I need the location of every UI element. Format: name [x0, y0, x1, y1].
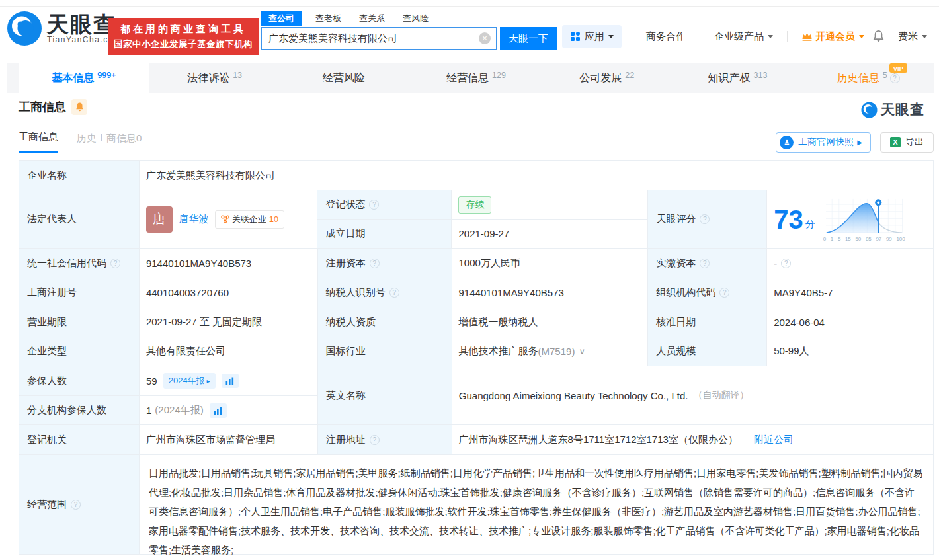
bell-icon: [872, 30, 885, 43]
legal-rep-name-link[interactable]: 唐华波: [179, 213, 209, 225]
chevron-down-icon: [859, 35, 864, 38]
search-tab-boss[interactable]: 查老板: [315, 13, 341, 24]
section-title: 工商信息: [19, 99, 66, 115]
score-value: 73 分: [767, 190, 934, 249]
bar-chart-icon: [214, 407, 222, 415]
clear-icon[interactable]: ×: [479, 32, 491, 44]
nav-cooperation[interactable]: 商务合作: [646, 30, 686, 43]
nearby-companies-link[interactable]: 附近公司: [754, 434, 794, 446]
user-menu[interactable]: 费米: [898, 30, 927, 43]
help-icon[interactable]: ?: [110, 259, 120, 268]
tianyancha-logo-icon: [861, 102, 878, 118]
apps-menu[interactable]: 应用: [562, 25, 622, 48]
english-name-value: Guangdong Aimeixiong Beauty Technology C…: [452, 366, 934, 425]
nav-vip-upgrade[interactable]: 开通会员: [801, 30, 864, 43]
tab-development[interactable]: 公司发展 22: [542, 63, 673, 93]
user-name: 费米: [898, 30, 918, 43]
reg-status-value: 存续: [452, 190, 648, 220]
promo-line1: 都在用的商业查询工具: [108, 23, 259, 36]
help-icon[interactable]: ?: [71, 500, 81, 510]
help-icon[interactable]: ?: [370, 259, 380, 268]
subtab-history-business-info[interactable]: 历史工商信息0: [77, 132, 142, 153]
legal-rep-label: 法定代表人: [19, 190, 140, 249]
reg-status-label-text: 登记状态: [325, 198, 365, 211]
business-term-label: 营业期限: [19, 307, 140, 337]
tianyancha-logo-icon: [7, 11, 42, 46]
auto-translate-note: （自动翻译）: [693, 389, 749, 401]
company-name-label: 企业名称: [19, 161, 140, 190]
search-tab-risk[interactable]: 查风险: [403, 13, 429, 24]
company-type-value: 其他有限责任公司: [140, 337, 318, 366]
tab-operating-risk[interactable]: 经营风险: [280, 63, 411, 93]
credit-code-label: 统一社会信用代码 ?: [19, 249, 140, 278]
monitor-bell-button[interactable]: [71, 99, 87, 115]
taxpayer-id-label: 纳税人识别号 ?: [318, 278, 452, 307]
search-input[interactable]: [261, 27, 497, 50]
search-tab-company[interactable]: 查公司: [261, 11, 302, 26]
tab-legal[interactable]: 法律诉讼 13: [149, 63, 280, 93]
chevron-down-icon[interactable]: ∨: [579, 346, 585, 356]
legal-rep-avatar[interactable]: 唐: [146, 206, 173, 233]
org-code-value: MA9Y40B5-7: [767, 278, 934, 307]
promo-banner: 都在用的商业查询工具 国家中小企业发展子基金旗下机构: [108, 18, 259, 55]
play-icon: ▸: [207, 378, 210, 385]
export-button[interactable]: X 导出: [880, 132, 934, 153]
reg-number-label: 工商注册号: [19, 278, 140, 307]
tab-label: 基本信息: [52, 71, 94, 85]
tab-basic-info[interactable]: 基本信息 999+: [19, 63, 149, 93]
stamp-icon: [780, 136, 794, 149]
business-term-value: 2021-09-27 至 无固定期限: [140, 307, 318, 337]
org-code-label: 组织机构代码 ?: [648, 278, 767, 307]
notification-bell[interactable]: [872, 30, 885, 43]
legal-rep-value: 唐 唐华波 关联企业 10: [140, 190, 318, 249]
search-tab-relation[interactable]: 查关系: [359, 13, 385, 24]
nav-enterprise[interactable]: 企业级产品: [714, 30, 773, 43]
score-label-text: 天眼评分: [656, 213, 696, 225]
trend-chart-button[interactable]: [210, 403, 227, 418]
approval-date-label: 核准日期: [648, 307, 767, 337]
export-label: 导出: [905, 136, 924, 148]
help-icon[interactable]: ?: [369, 200, 379, 210]
branch-insured-value: 1 (2024年报): [140, 396, 318, 425]
score-unit: 分: [805, 218, 815, 231]
reg-number-value: 440104003720760: [140, 278, 318, 307]
help-icon[interactable]: ?: [370, 435, 380, 445]
subtab-business-info[interactable]: 工商信息: [19, 131, 58, 153]
apps-label: 应用: [585, 30, 604, 43]
table-row: 参保人数 59 2024年报 ▸: [19, 366, 934, 425]
staff-size-label: 人员规模: [648, 337, 767, 366]
help-icon[interactable]: ?: [700, 214, 710, 224]
tabbar-leading-strip: [7, 63, 19, 93]
apps-grid-icon: [570, 31, 581, 42]
official-snapshot-button[interactable]: 工商官网快照 ▶: [776, 132, 871, 153]
help-icon[interactable]: ?: [719, 288, 729, 298]
industry-label: 国标行业: [318, 337, 452, 366]
scope-label: 经营范围 ?: [19, 455, 140, 555]
tab-history-info[interactable]: VIP 历史信息 5 ?: [803, 63, 934, 93]
tab-intellectual-property[interactable]: 知识产权 313: [673, 63, 803, 93]
annual-report-badge[interactable]: 2024年报 ▸: [163, 373, 216, 389]
tab-count: 999+: [97, 71, 116, 80]
nav-enterprise-label: 企业级产品: [714, 30, 764, 43]
tab-operating-info[interactable]: 经营信息 129: [411, 63, 542, 93]
reg-capital-value: 1000万人民币: [452, 249, 649, 278]
score-distribution-chart[interactable]: 0151550859799100: [822, 197, 907, 242]
trend-chart-button[interactable]: [222, 374, 239, 388]
bar-chart-icon: [225, 377, 234, 385]
tianyancha-logo[interactable]: 天眼查 TianYanCha.com: [7, 11, 121, 46]
reg-status-label: 登记状态 ?: [317, 190, 452, 220]
table-row: 法定代表人 唐 唐华波 关联企业 10 登记状态 ?: [19, 190, 934, 249]
insured-label: 参保人数: [19, 366, 140, 396]
help-icon[interactable]: ?: [700, 259, 710, 268]
help-icon[interactable]: ?: [781, 259, 791, 268]
table-row: 营业期限 2021-09-27 至 无固定期限 纳税人资质 增值税一般纳税人 核…: [19, 307, 934, 337]
score-number: 73: [774, 206, 803, 233]
help-icon[interactable]: ?: [389, 288, 399, 298]
table-row: 统一社会信用代码 ? 91440101MA9Y40B573 注册资本 ? 100…: [19, 249, 934, 278]
tianyancha-watermark: 天眼查: [861, 100, 924, 119]
bell-icon: [75, 102, 85, 112]
table-row: 登记机关 广州市海珠区市场监督管理局 注册地址 ? 广州市海珠区琶洲大道东8号1…: [19, 425, 934, 455]
search-button[interactable]: 天眼一下: [500, 27, 557, 50]
header-nav: 应用 商务合作 企业级产品 开通会员 费米: [562, 24, 931, 49]
related-companies-badge[interactable]: 关联企业 10: [215, 210, 284, 229]
